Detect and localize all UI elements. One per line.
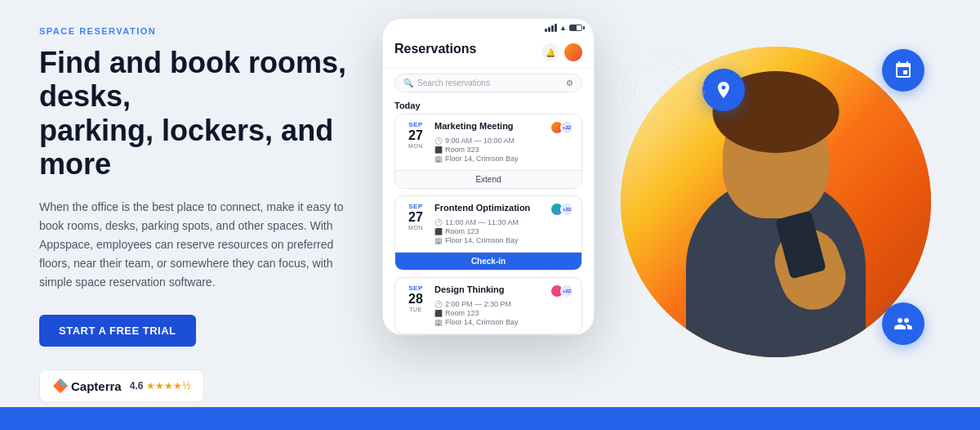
phone-status-bar: ▲: [383, 19, 594, 35]
search-icon: 🔍: [403, 78, 413, 87]
capterra-name: Capterra: [71, 379, 122, 393]
card-room-2: ⬛ Room 123: [434, 227, 573, 235]
notification-icon[interactable]: 🔔: [541, 43, 559, 61]
main-content: SPACE RESERVATION Find and book rooms, d…: [0, 0, 980, 407]
capterra-score: 4.6: [130, 380, 144, 392]
card-inner-3: SEP 28 TUE Design Thinking +22: [395, 278, 581, 334]
capterra-badge: Capterra 4.6 ★★★★½: [39, 370, 204, 402]
capterra-logo: Capterra: [53, 378, 122, 393]
card-title-row-2: Frontend Optimization +22: [434, 203, 573, 216]
card-date-2: SEP 27 MON: [403, 203, 428, 245]
svg-marker-1: [60, 378, 68, 386]
card-inner-2: SEP 27 MON Frontend Optimization +22: [395, 196, 581, 252]
card-month-2: SEP: [403, 203, 428, 210]
clock-icon-3: 🕐: [434, 301, 443, 308]
cta-button[interactable]: START A FREE TRIAL: [39, 315, 196, 347]
card-title-3: Design Thinking: [434, 284, 505, 294]
floor-icon-2: 🏢: [434, 237, 443, 244]
phone-search-bar[interactable]: 🔍 Search reservations ⚙: [394, 74, 582, 92]
floating-people-icon: [882, 302, 924, 345]
avatar-count-2: +22: [560, 203, 573, 216]
phone-app-header: Reservations 🔔: [383, 35, 594, 69]
card-room-1: ⬛ Room 323: [434, 146, 573, 154]
floor-icon-3: 🏢: [434, 319, 443, 326]
card-title-2: Frontend Optimization: [434, 203, 530, 213]
card-month-1: SEP: [403, 121, 428, 128]
card-time-3: 🕐 2:00 PM — 2:30 PM: [434, 300, 573, 308]
phone-mockup-container: ▲ Reservations 🔔: [382, 18, 611, 394]
clock-icon-1: 🕐: [434, 137, 443, 145]
phone-header-actions: 🔔: [541, 43, 582, 61]
svg-marker-2: [53, 386, 60, 393]
signal-icon: [545, 24, 557, 32]
floor-icon-1: 🏢: [434, 155, 443, 163]
capterra-rating: 4.6 ★★★★½: [130, 380, 191, 392]
bottom-bar: [0, 407, 980, 430]
description-text: When the office is the best place to con…: [39, 198, 350, 292]
card-inner-1: SEP 27 MON Marketing Meeting +22: [395, 114, 581, 170]
card-day-1: 27: [403, 128, 428, 143]
user-avatar[interactable]: [564, 43, 582, 61]
phone-search-container: 🔍 Search reservations ⚙: [383, 74, 594, 92]
phone-mockup: ▲ Reservations 🔔: [382, 18, 595, 335]
avatar-count-3: +22: [560, 284, 573, 298]
today-section-label: Today: [383, 97, 594, 114]
card-info-2: Frontend Optimization +22 🕐 11:00 AM — 1…: [434, 203, 573, 245]
clock-icon-2: 🕐: [434, 219, 443, 226]
phone-header-title: Reservations: [394, 42, 477, 56]
card-action-btn-2[interactable]: Check-in: [395, 252, 581, 270]
card-weekday-1: MON: [403, 143, 428, 149]
card-weekday-2: MON: [403, 225, 428, 231]
card-day-3: 28: [403, 292, 428, 307]
floating-location-icon: [702, 69, 745, 111]
search-placeholder: Search reservations: [417, 78, 562, 87]
left-column: SPACE RESERVATION Find and book rooms, d…: [39, 26, 382, 394]
capterra-logo-icon: [53, 378, 68, 393]
card-floor-1: 🏢 Floor 14, Crimson Bay: [434, 155, 573, 163]
room-icon-1: ⬛: [434, 146, 443, 154]
card-avatars-2: +22: [550, 203, 573, 216]
card-avatars-1: +22: [550, 121, 573, 134]
page-wrapper: SPACE RESERVATION Find and book rooms, d…: [0, 0, 980, 430]
battery-icon: [569, 25, 582, 31]
filter-icon[interactable]: ⚙: [566, 78, 573, 87]
floating-calendar-icon: [882, 49, 924, 92]
section-label: SPACE RESERVATION: [39, 26, 356, 36]
card-avatars-3: +22: [550, 284, 573, 298]
reservation-card-1: SEP 27 MON Marketing Meeting +22: [394, 114, 582, 189]
room-icon-3: ⬛: [434, 310, 443, 317]
right-column: [611, 26, 941, 394]
card-time-1: 🕐 9:00 AM — 10:00 AM: [434, 137, 573, 145]
main-heading: Find and book rooms, desks, parking, loc…: [39, 46, 356, 181]
wifi-icon: ▲: [559, 24, 567, 32]
capterra-details: 4.6 ★★★★½: [130, 380, 191, 392]
card-action-btn-1[interactable]: Extend: [395, 170, 581, 188]
reservation-card-3: SEP 28 TUE Design Thinking +22: [394, 277, 582, 334]
card-floor-3: 🏢 Floor 14, Crimson Bay: [434, 318, 573, 326]
card-weekday-3: TUE: [403, 307, 428, 312]
card-day-2: 27: [403, 210, 428, 225]
card-time-2: 🕐 11:00 AM — 11:30 AM: [434, 218, 573, 226]
card-info-3: Design Thinking +22 🕐 2:00 PM — 2:30 PM: [434, 284, 573, 327]
capterra-stars: ★★★★½: [146, 380, 190, 392]
reservation-card-2: SEP 27 MON Frontend Optimization +22: [394, 195, 582, 271]
card-title-1: Marketing Meeting: [434, 121, 514, 131]
card-date-3: SEP 28 TUE: [403, 284, 428, 327]
card-info-1: Marketing Meeting +22 🕐 9:00 AM — 10:00 …: [434, 121, 573, 163]
card-date-1: SEP 27 MON: [403, 121, 428, 163]
card-floor-2: 🏢 Floor 14, Crimson Bay: [434, 236, 573, 244]
room-icon-2: ⬛: [434, 228, 443, 235]
card-month-3: SEP: [403, 284, 428, 292]
card-title-row-3: Design Thinking +22: [434, 284, 573, 298]
card-room-3: ⬛ Room 123: [434, 309, 573, 317]
photo-content: [621, 47, 931, 357]
card-title-row-1: Marketing Meeting +22: [434, 121, 573, 134]
avatar-count-1: +22: [560, 121, 573, 134]
phone-status-icons: ▲: [545, 24, 582, 32]
person-photo: [621, 47, 931, 357]
